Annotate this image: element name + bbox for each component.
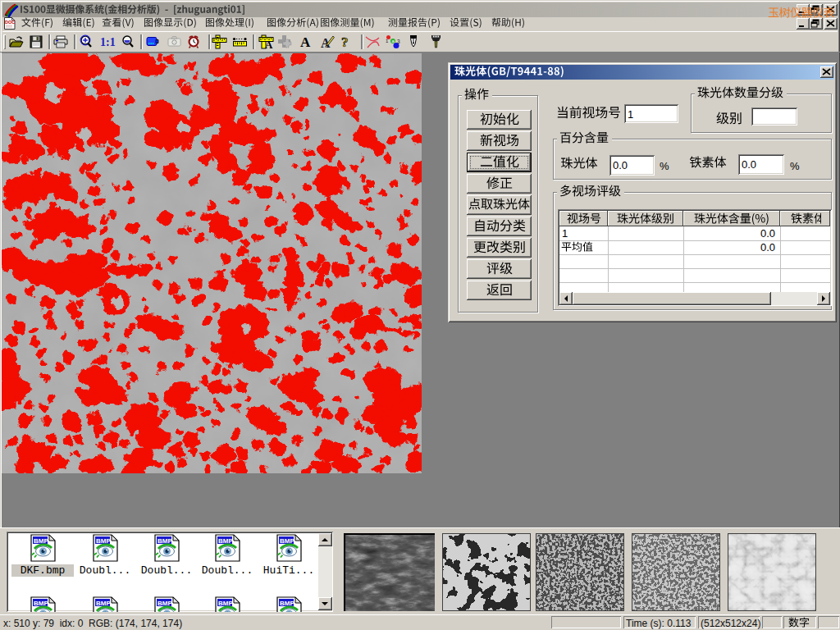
svg-text:A: A: [300, 34, 311, 50]
svg-text:BMP: BMP: [280, 600, 294, 607]
svg-text:BMP: BMP: [96, 600, 111, 607]
svg-text:1:1: 1:1: [100, 36, 116, 48]
svg-text:BMP: BMP: [218, 600, 233, 607]
svg-text:3: 3: [397, 39, 400, 44]
svg-text:?: ?: [341, 34, 349, 50]
svg-text:BMP: BMP: [158, 600, 172, 607]
svg-text:BMP: BMP: [218, 537, 233, 545]
svg-text:BMP: BMP: [34, 600, 48, 607]
svg-text:BMP: BMP: [158, 537, 172, 545]
svg-text:BMP: BMP: [34, 537, 48, 545]
svg-text:BMP: BMP: [280, 537, 294, 545]
svg-text:A: A: [265, 39, 273, 51]
svg-text:BMP: BMP: [96, 537, 111, 545]
